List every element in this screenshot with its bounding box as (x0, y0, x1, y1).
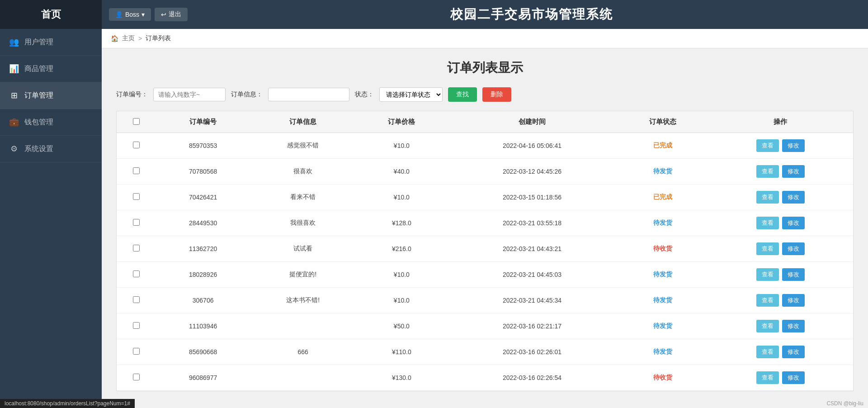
row-create-time: 2022-03-16 02:21:17 (447, 313, 617, 339)
row-order-price: ¥50.0 (356, 313, 447, 339)
row-order-id: 28449530 (156, 210, 250, 236)
order-id-input[interactable] (153, 88, 226, 101)
row-checkbox-6[interactable] (133, 296, 140, 303)
row-order-id: 306706 (156, 288, 250, 313)
row-status: 待发货 (617, 262, 708, 288)
th-create-time: 创建时间 (447, 111, 617, 133)
row-checkbox-7[interactable] (133, 322, 140, 329)
th-checkbox (117, 111, 156, 133)
edit-button-0[interactable]: 修改 (782, 139, 805, 152)
row-actions: 查看 修改 (708, 339, 853, 365)
row-actions: 查看 修改 (708, 185, 853, 210)
view-button-9[interactable]: 查看 (756, 371, 779, 384)
edit-button-2[interactable]: 修改 (782, 191, 805, 204)
row-order-id: 70426421 (156, 185, 250, 210)
row-checkbox-3[interactable] (133, 219, 140, 226)
edit-button-9[interactable]: 修改 (782, 371, 805, 384)
sidebar-item-order-mgmt[interactable]: ⊞ 订单管理 (0, 82, 102, 109)
row-checkbox-0[interactable] (133, 142, 140, 148)
table-row: 70780568 很喜欢 ¥40.0 2022-03-12 04:45:26 待… (117, 159, 853, 185)
row-order-price: ¥130.0 (356, 365, 447, 391)
orders-table: 订单编号 订单信息 订单价格 创建时间 订单状态 操作 85970353 感觉很… (117, 111, 853, 391)
main-content: 🏠 主页 > 订单列表 订单列表显示 订单编号： 订单信息： 状态： 请选择订单… (102, 29, 868, 408)
breadcrumb-home[interactable]: 主页 (122, 34, 135, 43)
view-button-5[interactable]: 查看 (756, 268, 779, 281)
row-checkbox-cell (117, 185, 156, 210)
select-all-checkbox[interactable] (133, 118, 140, 125)
breadcrumb: 🏠 主页 > 订单列表 (102, 29, 868, 48)
sidebar-item-wallet-mgmt[interactable]: 💼 钱包管理 (0, 109, 102, 136)
row-checkbox-9[interactable] (133, 374, 140, 380)
row-order-info: 感觉很不错 (250, 133, 356, 159)
row-status: 待发货 (617, 339, 708, 365)
edit-button-6[interactable]: 修改 (782, 294, 805, 307)
top-header: 首页 👤 Boss ▾ ↩ 退出 校园二手交易市场管理系统 (0, 0, 868, 29)
row-order-info: 挺便宜的! (250, 262, 356, 288)
sidebar-item-label: 商品管理 (24, 64, 53, 74)
row-checkbox-4[interactable] (133, 245, 140, 251)
row-checkbox-cell (117, 133, 156, 159)
view-button-6[interactable]: 查看 (756, 294, 779, 307)
table-row: 70426421 看来不错 ¥10.0 2022-03-15 01:18:56 … (117, 185, 853, 210)
view-button-4[interactable]: 查看 (756, 242, 779, 255)
search-bar: 订单编号： 订单信息： 状态： 请选择订单状态 待发货 待收货 已完成 查找 删… (116, 87, 854, 102)
row-checkbox-2[interactable] (133, 193, 140, 200)
row-status: 待收货 (617, 236, 708, 262)
view-button-7[interactable]: 查看 (756, 320, 779, 332)
row-actions: 查看 修改 (708, 210, 853, 236)
edit-button-1[interactable]: 修改 (782, 165, 805, 178)
order-info-input[interactable] (268, 88, 349, 101)
boss-label: Boss (125, 11, 139, 18)
sidebar-item-label: 订单管理 (24, 91, 53, 100)
status-bar: localhost:8080/shop/admin/ordersList?pag… (0, 399, 135, 408)
row-status: 待发货 (617, 288, 708, 313)
row-status: 待发货 (617, 210, 708, 236)
logout-btn[interactable]: ↩ 退出 (155, 8, 188, 21)
edit-button-3[interactable]: 修改 (782, 217, 805, 229)
batch-delete-button[interactable]: 删除 (482, 87, 511, 102)
page-main-title: 校园二手交易市场管理系统 (195, 6, 868, 23)
brand-logo: 首页 (0, 0, 102, 29)
edit-button-8[interactable]: 修改 (782, 346, 805, 358)
table-row: 96086977 ¥130.0 2022-03-16 02:26:54 待收货 … (117, 365, 853, 391)
search-button[interactable]: 查找 (448, 87, 477, 102)
view-button-3[interactable]: 查看 (756, 217, 779, 229)
row-checkbox-8[interactable] (133, 348, 140, 355)
row-order-price: ¥10.0 (356, 262, 447, 288)
gear-icon: ⚙ (9, 144, 19, 154)
content-area: 订单列表显示 订单编号： 订单信息： 状态： 请选择订单状态 待发货 待收货 已… (102, 48, 868, 402)
status-select[interactable]: 请选择订单状态 待发货 待收货 已完成 (379, 87, 443, 102)
sidebar-item-system-settings[interactable]: ⚙ 系统设置 (0, 136, 102, 162)
view-button-2[interactable]: 查看 (756, 191, 779, 204)
main-layout: 👥 用户管理 📊 商品管理 ⊞ 订单管理 💼 钱包管理 ⚙ 系统设置 🏠 主页 … (0, 29, 868, 408)
table-row: 11103946 ¥50.0 2022-03-16 02:21:17 待发货 查… (117, 313, 853, 339)
orders-tbody: 85970353 感觉很不错 ¥10.0 2022-04-16 05:06:41… (117, 133, 853, 391)
orders-table-wrapper: 订单编号 订单信息 订单价格 创建时间 订单状态 操作 85970353 感觉很… (116, 111, 854, 391)
row-order-id: 85690668 (156, 339, 250, 365)
th-actions: 操作 (708, 111, 853, 133)
url-display: localhost:8080/shop/admin/ordersList?pag… (5, 400, 130, 407)
row-status: 待收货 (617, 365, 708, 391)
sidebar-item-product-mgmt[interactable]: 📊 商品管理 (0, 56, 102, 82)
row-checkbox-cell (117, 365, 156, 391)
sidebar-item-user-mgmt[interactable]: 👥 用户管理 (0, 29, 102, 56)
row-checkbox-cell (117, 159, 156, 185)
row-actions: 查看 修改 (708, 133, 853, 159)
view-button-8[interactable]: 查看 (756, 346, 779, 358)
table-row: 85970353 感觉很不错 ¥10.0 2022-04-16 05:06:41… (117, 133, 853, 159)
row-order-id: 11103946 (156, 313, 250, 339)
view-button-1[interactable]: 查看 (756, 165, 779, 178)
row-checkbox-cell (117, 210, 156, 236)
edit-button-4[interactable]: 修改 (782, 242, 805, 255)
row-status: 待发货 (617, 313, 708, 339)
row-checkbox-1[interactable] (133, 167, 140, 174)
row-order-info: 很喜欢 (250, 159, 356, 185)
row-checkbox-5[interactable] (133, 270, 140, 277)
edit-button-7[interactable]: 修改 (782, 320, 805, 332)
chart-icon: 📊 (9, 64, 19, 74)
edit-button-5[interactable]: 修改 (782, 268, 805, 281)
view-button-0[interactable]: 查看 (756, 139, 779, 152)
row-create-time: 2022-03-21 04:45:03 (447, 262, 617, 288)
row-actions: 查看 修改 (708, 313, 853, 339)
boss-dropdown-btn[interactable]: 👤 Boss ▾ (109, 8, 151, 21)
